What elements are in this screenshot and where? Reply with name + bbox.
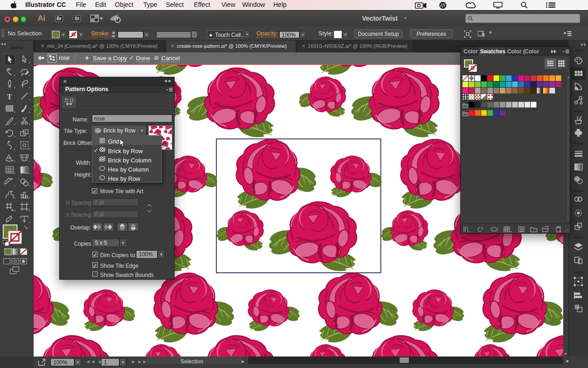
svg-text:T: T bbox=[7, 92, 12, 101]
